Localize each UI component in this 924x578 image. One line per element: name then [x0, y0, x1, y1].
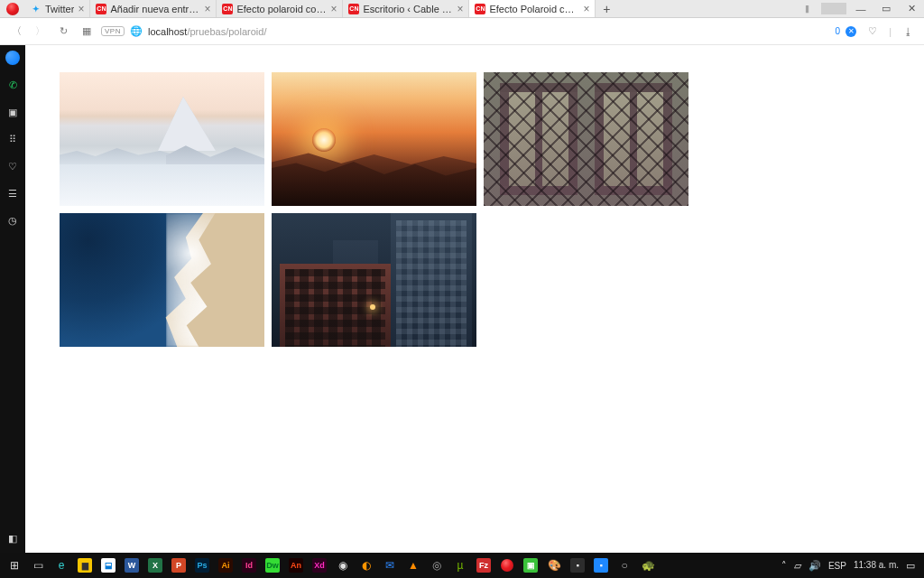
opera-sidebar: ✆ ▣ ⠿ ♡ ☰ ◷ ◧: [0, 45, 25, 553]
gallery-image-mountain[interactable]: [60, 72, 264, 206]
reload-button[interactable]: ↻: [54, 23, 72, 41]
gallery-image-wave[interactable]: [60, 213, 264, 347]
bookmark-heart-icon[interactable]: ♡: [864, 23, 882, 41]
excel-icon[interactable]: X: [144, 555, 166, 576]
app-blue-icon[interactable]: ▪: [590, 555, 612, 576]
back-button[interactable]: 〈: [7, 23, 25, 41]
easy-setup-icon[interactable]: ⦀: [794, 0, 819, 17]
browser-titlebar: ✦ Twitter × CN Añadir nueva entrada ‹ Ca…: [0, 0, 924, 18]
close-icon[interactable]: ×: [457, 4, 463, 14]
tray-chevron-icon[interactable]: ˄: [781, 560, 787, 572]
app-misc-icon[interactable]: 🐢: [637, 555, 659, 576]
tab-label: Twitter: [45, 4, 74, 14]
speed-dial-button[interactable]: ▦: [78, 23, 96, 41]
news-icon[interactable]: ☰: [5, 186, 20, 200]
opera-logo-icon: [6, 3, 19, 15]
whatsapp-icon[interactable]: ✆: [5, 78, 20, 92]
url-host: localhost: [148, 26, 187, 37]
close-icon[interactable]: ×: [330, 4, 337, 14]
tab-cn-escritorio[interactable]: CN Escritorio ‹ Cable Naranja… ×: [343, 0, 469, 17]
gallery-image-city[interactable]: [272, 213, 476, 347]
tab-twitter[interactable]: ✦ Twitter ×: [25, 0, 90, 17]
history-icon[interactable]: ◷: [5, 213, 20, 228]
twitter-icon: ✦: [31, 4, 42, 14]
separator: [821, 3, 846, 14]
tray-network-icon[interactable]: ▱: [794, 560, 801, 572]
tab-label: Añadir nueva entrada ‹ Ca…: [110, 4, 200, 14]
address-bar[interactable]: localhost/pruebas/polaroid/: [148, 26, 830, 37]
window-controls: ⦀ — ▭ ✕: [794, 0, 924, 17]
tray-language[interactable]: ESP: [828, 561, 846, 571]
adblock-count: 0: [836, 26, 841, 36]
store-icon[interactable]: ⬓: [97, 555, 119, 576]
polaroid-gallery: [60, 72, 890, 347]
toolbar-separator: |: [889, 26, 892, 37]
taskview-button[interactable]: ▭: [27, 555, 49, 576]
tray-volume-icon[interactable]: 🔊: [808, 560, 821, 572]
illustrator-icon[interactable]: Ai: [215, 555, 236, 576]
tray-clock[interactable]: 11:38 a. m.: [854, 561, 899, 570]
url-path: /pruebas/polaroid/: [187, 26, 266, 37]
tab-label: Escritorio ‹ Cable Naranja…: [363, 4, 453, 14]
word-icon[interactable]: W: [121, 555, 143, 576]
tray-notifications-icon[interactable]: ▭: [906, 560, 915, 572]
indesign-icon[interactable]: Id: [238, 555, 260, 576]
cn-icon: CN: [222, 4, 233, 14]
tab-active-polaroid[interactable]: CN Efecto Polaroid con CSS3 ×: [469, 0, 596, 17]
gallery-image-fence[interactable]: [484, 72, 688, 206]
gallery-image-sunset[interactable]: [272, 72, 476, 206]
photoshop-icon[interactable]: Ps: [191, 555, 213, 576]
cortana-icon[interactable]: ○: [614, 555, 635, 576]
opera-menu-button[interactable]: [0, 0, 25, 17]
chrome-icon[interactable]: ◉: [332, 555, 354, 576]
powerpoint-icon[interactable]: P: [168, 555, 189, 576]
tab-strip: ✦ Twitter × CN Añadir nueva entrada ‹ Ca…: [25, 0, 794, 17]
app-paint-icon[interactable]: 🎨: [543, 555, 565, 576]
cn-icon: CN: [348, 4, 359, 14]
tab-label: Efecto polaroid con CSS – …: [236, 4, 327, 14]
firefox-icon[interactable]: ◐: [356, 555, 377, 576]
opera-taskbar-icon[interactable]: [496, 555, 518, 576]
close-icon[interactable]: ×: [78, 4, 84, 14]
minimize-button[interactable]: —: [848, 0, 873, 17]
close-icon[interactable]: ×: [204, 4, 210, 14]
downloads-icon[interactable]: ⭳: [899, 23, 917, 41]
start-button[interactable]: ⊞: [4, 555, 25, 576]
tab-cn-add[interactable]: CN Añadir nueva entrada ‹ Ca… ×: [90, 0, 217, 17]
close-window-button[interactable]: ✕: [899, 0, 924, 17]
apps-icon[interactable]: ⠿: [5, 132, 20, 146]
xd-icon[interactable]: Xd: [309, 555, 330, 576]
app-disc-icon[interactable]: ◎: [426, 555, 448, 576]
explorer-icon[interactable]: ▆: [74, 555, 96, 576]
new-tab-button[interactable]: +: [596, 0, 617, 17]
sidebar-toggle-icon[interactable]: ◧: [5, 531, 20, 545]
adblock-icon[interactable]: ✕: [845, 26, 856, 37]
utorrent-icon[interactable]: µ: [449, 555, 471, 576]
tab-cn-efecto[interactable]: CN Efecto polaroid con CSS – … ×: [217, 0, 343, 17]
animate-icon[interactable]: An: [285, 555, 307, 576]
filezilla-icon[interactable]: Fz: [473, 555, 494, 576]
vpn-badge[interactable]: VPN: [101, 26, 125, 36]
windows-taskbar: ⊞ ▭ e ▆ ⬓ W X P Ps Ai Id Dw An Xd ◉ ◐ ✉ …: [0, 553, 924, 578]
site-info-icon[interactable]: 🌐: [130, 25, 143, 37]
messenger-icon[interactable]: [5, 51, 20, 65]
browser-toolbar: 〈 〉 ↻ ▦ VPN 🌐 localhost/pruebas/polaroid…: [0, 18, 924, 45]
tab-label: Efecto Polaroid con CSS3: [489, 4, 579, 14]
heart-icon[interactable]: ♡: [5, 159, 20, 173]
dreamweaver-icon[interactable]: Dw: [262, 555, 283, 576]
close-icon[interactable]: ×: [583, 4, 589, 14]
thunderbird-icon[interactable]: ✉: [379, 555, 401, 576]
vlc-icon[interactable]: ▲: [402, 555, 424, 576]
edge-icon[interactable]: e: [51, 555, 72, 576]
cn-icon: CN: [475, 4, 485, 14]
system-tray: ˄ ▱ 🔊 ESP 11:38 a. m. ▭: [781, 560, 920, 572]
maximize-button[interactable]: ▭: [873, 0, 899, 17]
page-content: [25, 45, 924, 553]
cn-icon: CN: [96, 4, 106, 14]
forward-button[interactable]: 〉: [31, 23, 49, 41]
camera-icon[interactable]: ▣: [5, 105, 20, 119]
app-term-icon[interactable]: ▪: [567, 555, 588, 576]
app-green-icon[interactable]: ▣: [520, 555, 541, 576]
